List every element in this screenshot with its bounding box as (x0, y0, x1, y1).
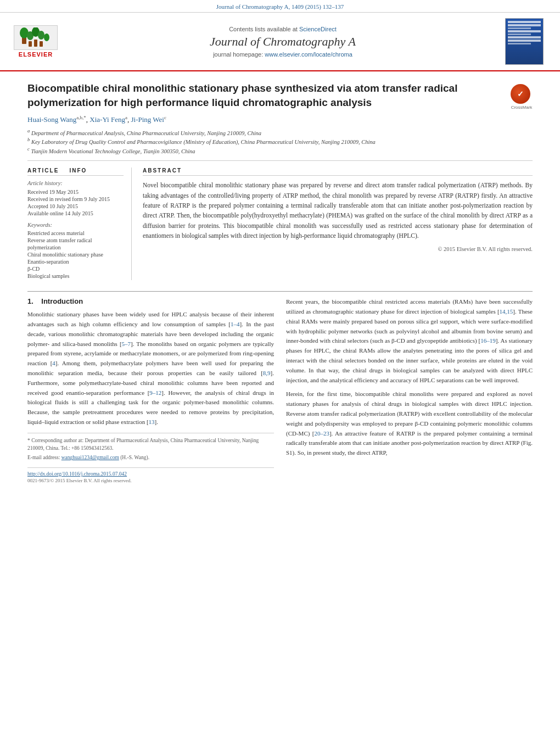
footnote-area: * Corresponding author at: Department of… (27, 433, 274, 462)
author-3[interactable]: Ji-Ping Wei (131, 116, 164, 124)
thumb-line-2 (508, 24, 541, 26)
thumb-line-6 (508, 36, 541, 38)
received-revised-date: Received in revised form 9 July 2015 (27, 196, 124, 202)
svg-point-4 (38, 31, 44, 40)
ref-13[interactable]: 13 (149, 419, 155, 425)
abstract-column: ABSTRACT Novel biocompatible chiral mono… (143, 168, 533, 280)
ref-16-19[interactable]: 16–19 (480, 337, 496, 344)
body-left-column: 1. Introduction Monolithic stationary ph… (27, 297, 274, 483)
journal-header: ELSEVIER Contents lists available at Sci… (0, 13, 560, 71)
elsevier-brand-text: ELSEVIER (19, 51, 53, 58)
abstract-text: Novel biocompatible chiral monolithic st… (143, 180, 533, 241)
svg-rect-6 (29, 41, 32, 47)
article-history-label: Article history: (27, 180, 124, 186)
article-info-column: ARTICLE INFO Article history: Received 1… (27, 168, 132, 280)
elsevier-logo: ELSEVIER (11, 25, 60, 58)
keyword-7: Biological samples (27, 273, 124, 279)
abstract-section-label: ABSTRACT (143, 168, 533, 176)
footnote-email: E-mail address: wanghuai1234@gmail.com (… (27, 454, 274, 461)
affiliation-1: a Department of Pharmaceutical Analysis,… (27, 128, 533, 136)
svg-point-5 (44, 34, 49, 41)
elsevier-logo-image (14, 25, 58, 50)
keyword-5: Enantio-separation (27, 259, 124, 265)
footnote-corresponding: * Corresponding author at: Department of… (27, 437, 274, 453)
sciencedirect-link[interactable]: ScienceDirect (299, 26, 337, 32)
accepted-date: Accepted 10 July 2015 (27, 203, 124, 209)
thumb-line-7 (508, 40, 541, 42)
abstract-copyright: © 2015 Elsevier B.V. All rights reserved… (143, 246, 533, 252)
body-content: 1. Introduction Monolithic stationary ph… (27, 297, 533, 483)
body-divider (27, 291, 533, 292)
author-2-sup: a (125, 115, 127, 120)
ref-14-15[interactable]: 14,15 (500, 308, 513, 315)
article-title-area: Biocompatible chiral monolithic stationa… (27, 81, 533, 109)
ref-5-7[interactable]: 5–7 (122, 341, 131, 347)
authors-line: Huai-Song Wanga,b,*, Xia-Yi Fenga, Ji-Pi… (27, 115, 533, 124)
intro-paragraph-1: Monolithic stationary phases have been w… (27, 310, 274, 427)
journal-cover-thumbnail (505, 18, 544, 65)
elsevier-tree-icon (19, 27, 52, 48)
doi-link[interactable]: http://dx.doi.org/10.1016/j.chroma.2015.… (27, 471, 274, 477)
crossmark-badge: ✓ CrossMark (511, 84, 533, 106)
thumb-line-4 (508, 30, 541, 32)
ref-20-23[interactable]: 20–23 (314, 430, 329, 437)
sciencedirect-line: Contents lists available at ScienceDirec… (66, 26, 500, 32)
journal-homepage-link[interactable]: www.elsevier.com/locate/chroma (265, 51, 352, 58)
crossmark-label: CrossMark (511, 105, 533, 110)
issn-text: 0021-9673/© 2015 Elsevier B.V. All right… (27, 478, 274, 483)
keyword-3: polymerization (27, 244, 124, 250)
svg-rect-8 (40, 41, 43, 47)
thumb-line-5 (508, 34, 531, 35)
right-paragraph-1: Recent years, the biocompatible chiral r… (286, 297, 533, 385)
article-paper: Biocompatible chiral monolithic stationa… (0, 71, 560, 494)
available-online-date: Available online 14 July 2015 (27, 210, 124, 216)
body-right-column: Recent years, the biocompatible chiral r… (286, 297, 533, 483)
bottom-bar: http://dx.doi.org/10.1016/j.chroma.2015.… (27, 467, 274, 483)
author-3-sup: c (164, 115, 166, 120)
journal-reference-text: Journal of Chromatography A, 1409 (2015)… (216, 3, 344, 10)
header-divider (27, 160, 533, 161)
ref-4[interactable]: 4 (52, 360, 55, 366)
author-1-sup: a,b,* (76, 115, 86, 120)
journal-header-center: Contents lists available at ScienceDirec… (66, 26, 500, 58)
keyword-1: Restricted access material (27, 230, 124, 236)
thumb-line-1 (508, 21, 541, 23)
right-paragraph-2: Herein, for the first time, biocompatibl… (286, 389, 533, 458)
ref-8-9[interactable]: 8,9 (263, 370, 271, 376)
keyword-2: Reverse atom transfer radical (27, 237, 124, 243)
keywords-label: Keywords: (27, 222, 124, 228)
article-info-section-label: ARTICLE INFO (27, 168, 124, 176)
journal-thumbnail (505, 18, 549, 65)
keyword-6: β-CD (27, 266, 124, 272)
author-2[interactable]: Xia-Yi Feng (89, 116, 125, 124)
affiliation-2: b Key Laboratory of Drug Quality Control… (27, 137, 533, 145)
crossmark-icon: ✓ (511, 84, 530, 104)
received-date: Received 19 May 2015 (27, 189, 124, 195)
introduction-title: 1. Introduction (27, 297, 274, 305)
article-info-abstract-area: ARTICLE INFO Article history: Received 1… (27, 168, 533, 280)
journal-homepage-line: journal homepage: www.elsevier.com/locat… (66, 51, 500, 58)
affiliation-3: c Tianjin Modern Vocational Technology C… (27, 146, 533, 154)
svg-rect-7 (34, 40, 37, 47)
thumb-line-8 (508, 43, 531, 44)
article-title: Biocompatible chiral monolithic stationa… (27, 81, 502, 109)
footnote-email-link[interactable]: wanghuai1234@gmail.com (61, 455, 119, 460)
keyword-4: Chiral monolithic stationary phase (27, 252, 124, 258)
doi-anchor[interactable]: http://dx.doi.org/10.1016/j.chroma.2015.… (27, 471, 127, 477)
ref-9-12[interactable]: 9–12 (149, 389, 161, 396)
journal-reference-bar: Journal of Chromatography A, 1409 (2015)… (0, 0, 560, 13)
journal-title: Journal of Chromatography A (66, 35, 500, 49)
thumb-line-3 (508, 27, 531, 29)
ref-1-4[interactable]: 1–4 (231, 321, 240, 327)
author-1[interactable]: Huai-Song Wang (27, 116, 76, 124)
